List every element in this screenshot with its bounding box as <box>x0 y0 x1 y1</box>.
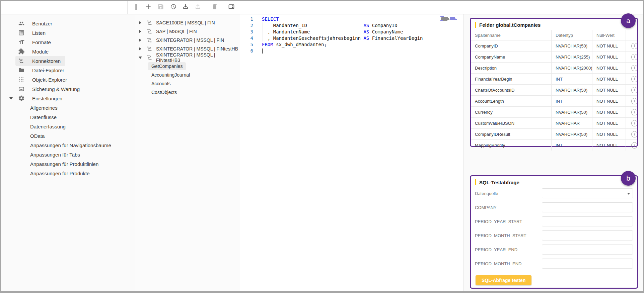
form-field-label: PERIOD_MONTH_END <box>475 261 542 266</box>
sidebar-item-anpassungen-für-navigationsbäume[interactable]: Anpassungen für Navigationsbäume <box>1 140 135 150</box>
sidebar-item-module[interactable]: Module <box>1 47 135 56</box>
tree-node-query[interactable]: AccountingJournal <box>135 71 240 79</box>
info-icon[interactable]: i <box>631 142 637 149</box>
text-cursor <box>262 48 263 54</box>
sidebar-item-einstellungen[interactable]: Einstellungen <box>1 94 135 103</box>
sidebar-item-listen[interactable]: Listen <box>1 28 135 37</box>
field-actions-cell: i <box>626 85 637 95</box>
sql-keyword: AS <box>363 35 369 41</box>
sidebar-item-datenflüsse[interactable]: Datenflüsse <box>1 112 135 122</box>
tree-node-query[interactable]: Accounts <box>135 79 240 88</box>
sidebar-item-label: Objekt-Explorer <box>32 77 67 83</box>
table-row: CompanyIDNVARCHAR(50)NOT NULLi <box>471 40 637 51</box>
history-button[interactable] <box>167 1 179 14</box>
tree-node-connector[interactable]: SAGE100DE | MSSQL | FIN <box>135 18 240 27</box>
form-row: Datenquelle <box>475 188 633 198</box>
sidebar-item-sicherung-wartung[interactable]: Sicherung & Wartung <box>1 84 135 94</box>
code-line[interactable]: FROM sx_dwh_dMandanten; <box>262 41 423 48</box>
field-nullable-cell: NOT NULL <box>592 129 626 139</box>
sidebar-item-objekt-explorer[interactable]: Objekt-Explorer <box>1 75 135 84</box>
tree-node-connector[interactable]: SAP | MSSQL | FIN <box>135 27 240 36</box>
sidebar-item-datenerfassung[interactable]: Datenerfassung <box>1 122 135 131</box>
sidebar-item-benutzer[interactable]: Benutzer <box>1 19 135 28</box>
connector-icon <box>146 45 153 52</box>
company-input[interactable] <box>542 202 633 212</box>
tree-node-query[interactable]: CostObjects <box>135 88 240 97</box>
fields-table: SpaltennameDatentypNull-WertCompanyIDNVA… <box>471 30 637 151</box>
tree-node-label: SAGE100DE | MSSQL | FIN <box>156 20 215 25</box>
chevron-right-icon[interactable] <box>139 21 144 24</box>
tree-node-connector[interactable]: SXINTEGRATOR | MSSQL | FIN <box>135 36 240 44</box>
table-row: ChartsOfAccountsIDNVARCHAR(50)NOT NULLi <box>471 84 637 95</box>
form-row: COMPANY <box>475 202 633 212</box>
sidebar-subitem-label: Datenerfassung <box>30 124 66 129</box>
sidebar-item-allgemeines[interactable]: Allgemeines <box>1 103 135 112</box>
sidebar-item-odata[interactable]: OData <box>1 131 135 140</box>
tree-node-label: SXINTEGRATOR | MSSQL | FINtestHB3 <box>156 52 240 63</box>
info-icon[interactable]: i <box>631 120 637 126</box>
code-line[interactable] <box>262 48 423 54</box>
info-icon[interactable]: i <box>631 43 637 49</box>
upload-icon <box>195 3 201 11</box>
connector-icon <box>146 54 153 61</box>
sidebar-item-anpassungen-für-produkte[interactable]: Anpassungen für Produkte <box>1 169 135 178</box>
run-sql-test-button[interactable]: SQL-Abfrage testen <box>476 275 531 285</box>
delete-button[interactable] <box>208 1 221 14</box>
info-icon[interactable]: i <box>631 87 637 93</box>
sidebar-item-konnektoren[interactable]: Konnektoren <box>1 56 135 66</box>
tree-node-label: Accounts <box>148 80 174 88</box>
field-type-cell: NVARCHAR(50) <box>551 40 592 51</box>
field-name-cell: FinancialYearBegin <box>471 74 551 84</box>
sidebar-item-anpassungen-für-produktlinien[interactable]: Anpassungen für Produktlinien <box>1 159 135 169</box>
datasource-select[interactable] <box>542 188 633 198</box>
sql-keyword: AS <box>363 23 369 28</box>
info-icon[interactable]: i <box>631 109 637 115</box>
info-icon[interactable]: i <box>631 65 637 71</box>
grid-icon <box>17 76 25 83</box>
code-line[interactable]: Mandanten_ID AS CompanyID <box>262 22 423 29</box>
field-nullable-cell: NOT NULL <box>592 140 626 151</box>
code-line[interactable]: SELECT <box>262 16 423 22</box>
period-month-end-input[interactable] <box>542 259 633 269</box>
download-button[interactable] <box>179 1 192 14</box>
sql-code[interactable]: SELECT Mandanten_ID AS CompanyID , Manda… <box>258 16 423 291</box>
chevron-down-icon[interactable] <box>139 56 144 59</box>
app-window: BenutzerListenFormateModuleKonnektorenDa… <box>0 0 644 293</box>
layout-panel-button[interactable] <box>225 1 237 14</box>
info-icon[interactable]: i <box>631 98 637 104</box>
connector-icon <box>146 19 153 26</box>
table-row: CompanyIDResultNVARCHAR(50)NOT NULLi <box>471 128 637 139</box>
form-field-label: PERIOD_YEAR_END <box>475 247 542 252</box>
code-line[interactable]: , MandantenGeschaeftsjahresbeginn AS Fin… <box>262 35 423 41</box>
code-line[interactable]: , MandantenName AS CompanyName <box>262 29 423 35</box>
chevron-right-icon[interactable] <box>139 38 144 42</box>
folder-icon <box>17 67 25 74</box>
tree-node-query[interactable]: GetCompanies <box>135 62 240 71</box>
list-icon <box>17 29 25 36</box>
info-icon[interactable]: i <box>631 131 637 137</box>
info-icon[interactable]: i <box>631 76 637 82</box>
save-button <box>154 1 167 14</box>
period-year-start-input[interactable] <box>542 216 633 226</box>
tree-node-connector[interactable]: SXINTEGRATOR | MSSQL | FINtestHB3 <box>135 53 240 62</box>
sql-editor[interactable]: 123456 SELECT Mandanten_ID AS CompanyID … <box>240 14 464 291</box>
sql-text: CompanyName <box>369 29 403 34</box>
field-type-cell: NVARCHAR(2000) <box>551 63 592 73</box>
chevron-right-icon[interactable] <box>139 47 144 51</box>
period-year-end-input[interactable] <box>542 245 633 255</box>
chevron-right-icon[interactable] <box>139 30 144 33</box>
sidebar-item-formate[interactable]: Formate <box>1 37 135 47</box>
add-button[interactable] <box>142 1 154 14</box>
table-row: CompanyNameNVARCHAR(255)NOT NULLi <box>471 51 637 62</box>
sidebar-subitem-label: Anpassungen für Produkte <box>30 171 90 176</box>
sidebar-subitem-label: Anpassungen für Navigationsbäume <box>30 142 111 148</box>
sidebar-item-datei-explorer[interactable]: Datei-Explorer <box>1 66 135 75</box>
delete-icon <box>211 3 218 11</box>
period-month-start-input[interactable] <box>542 230 633 240</box>
chevron-down-icon[interactable] <box>9 97 15 100</box>
drag-handle-button[interactable] <box>130 1 142 14</box>
sidebar-subitem-label: OData <box>30 133 45 139</box>
form-field-label: Datenquelle <box>475 191 542 196</box>
info-icon[interactable]: i <box>631 54 637 60</box>
sidebar-item-anpassungen-für-tabs[interactable]: Anpassungen für Tabs <box>1 150 135 159</box>
